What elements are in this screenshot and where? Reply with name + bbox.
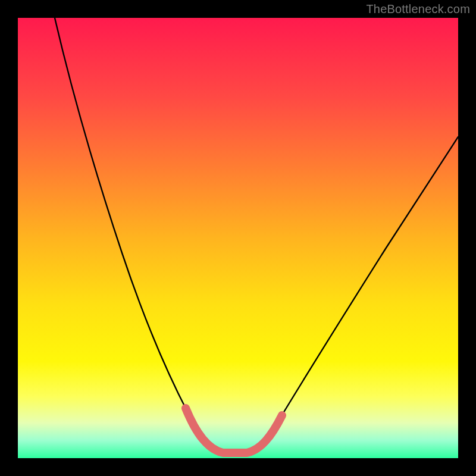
watermark-text: TheBottleneck.com bbox=[366, 2, 470, 16]
bottleneck-curve bbox=[55, 18, 458, 452]
bottom-accent bbox=[186, 408, 282, 453]
chart-frame: TheBottleneck.com bbox=[0, 0, 476, 476]
plot-area bbox=[18, 18, 458, 458]
curve-svg bbox=[18, 18, 458, 458]
